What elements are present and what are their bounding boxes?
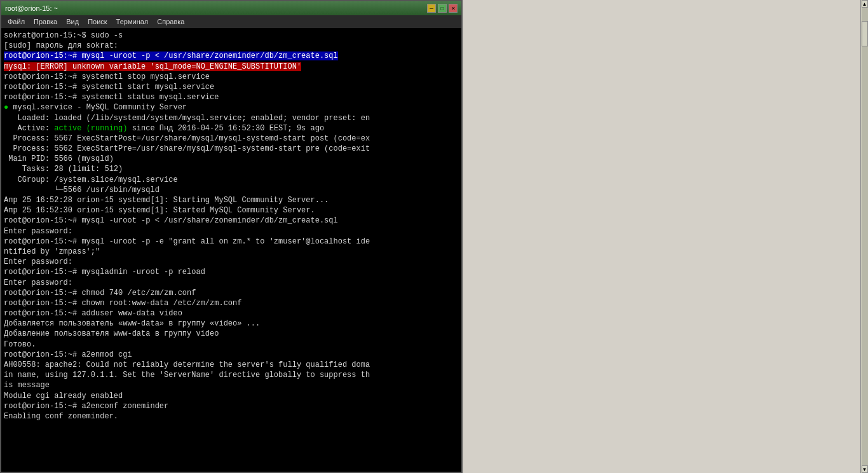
terminal-line: root@orion-15:~# chown root:www-data /et… — [4, 298, 459, 308]
terminal-window: root@orion-15: ~ ─ □ ✕ Файл Правка Вид П… — [0, 0, 463, 473]
screen: root@orion-15: ~ ─ □ ✕ Файл Правка Вид П… — [0, 0, 868, 473]
terminal-line: Main PID: 5566 (mysqld) — [4, 154, 459, 164]
scrollbar-up-button[interactable]: ▲ — [862, 0, 868, 8]
terminal-line: Active: active (running) since Пнд 2016-… — [4, 123, 459, 134]
terminal-line: Process: 5562 ExecStartPre=/usr/share/my… — [4, 144, 459, 154]
scrollbar-track[interactable] — [862, 8, 868, 465]
terminal-titlebar: root@orion-15: ~ ─ □ ✕ — [1, 1, 461, 15]
scrollbar: ▲ ▼ — [860, 0, 868, 473]
terminal-title: root@orion-15: ~ — [5, 4, 58, 12]
terminal-line: in name, using 127.0.1.1. Set the 'Serve… — [4, 370, 459, 380]
terminal-line: └─5566 /usr/sbin/mysqld — [4, 185, 459, 195]
terminal-line: AH00558: apache2: Could not reliably det… — [4, 360, 459, 370]
terminal-menu-view[interactable]: Вид — [62, 17, 83, 26]
terminal-line: root@orion-15:~# systemctl stop mysql.se… — [4, 72, 459, 82]
terminal-line: Апр 25 16:52:28 orion-15 systemd[1]: Sta… — [4, 195, 459, 205]
terminal-line: root@orion-15:~# mysql -uroot -p < /usr/… — [4, 216, 459, 226]
terminal-line: ● mysql.service - MySQL Community Server — [4, 102, 459, 113]
terminal-line: is message — [4, 380, 459, 390]
scrollbar-down-button[interactable]: ▼ — [862, 465, 868, 473]
terminal-line: Добавляется пользователь «www-data» в гр… — [4, 319, 459, 329]
terminal-line: mysql: [ERROR] unknown variable 'sql_mod… — [4, 62, 459, 72]
terminal-menu-edit[interactable]: Правка — [30, 17, 61, 26]
terminal-line: sokrat@orion-15:~$ sudo -s — [4, 31, 459, 41]
terminal-line: ntified by 'zmpass';" — [4, 247, 459, 257]
terminal-menubar: Файл Правка Вид Поиск Терминал Справка — [1, 15, 461, 28]
terminal-line: Добавление пользователя www-data в групп… — [4, 329, 459, 339]
terminal-line: root@orion-15:~# mysqladmin -uroot -p re… — [4, 267, 459, 277]
terminal-minimize-button[interactable]: ─ — [427, 4, 436, 13]
terminal-line: root@orion-15:~# adduser www-data video — [4, 308, 459, 319]
terminal-line: Апр 25 16:52:30 orion-15 systemd[1]: Sta… — [4, 205, 459, 216]
terminal-close-button[interactable]: ✕ — [449, 4, 458, 13]
terminal-line: Enabling conf zoneminder. — [4, 411, 459, 422]
terminal-content[interactable]: sokrat@orion-15:~$ sudo -s[sudo] пароль … — [1, 28, 461, 472]
terminal-line: CGroup: /system.slice/mysql.service — [4, 175, 459, 185]
terminal-menu-terminal[interactable]: Терминал — [112, 17, 153, 26]
terminal-line: Enter password: — [4, 226, 459, 236]
terminal-line: root@orion-15:~# systemctl start mysql.s… — [4, 82, 459, 92]
terminal-line: Tasks: 28 (limit: 512) — [4, 164, 459, 174]
terminal-line: root@orion-15:~# mysql -uroot -p -e "gra… — [4, 236, 459, 247]
terminal-menu-search[interactable]: Поиск — [84, 17, 111, 26]
terminal-line: Enter password: — [4, 257, 459, 267]
terminal-line: root@orion-15:~# a2enmod cgi — [4, 350, 459, 360]
terminal-line: [sudo] пароль для sokrat: — [4, 41, 459, 51]
terminal-line: root@orion-15:~# systemctl status mysql.… — [4, 92, 459, 102]
terminal-menu-help[interactable]: Справка — [153, 17, 188, 26]
terminal-line: Process: 5567 ExecStartPost=/usr/share/m… — [4, 134, 459, 144]
terminal-line: root@orion-15:~# a2enconf zoneminder — [4, 401, 459, 411]
terminal-menu-file[interactable]: Файл — [4, 17, 29, 26]
terminal-line: Module cgi already enabled — [4, 391, 459, 401]
terminal-line: Loaded: loaded (/lib/systemd/system/mysq… — [4, 113, 459, 123]
terminal-maximize-button[interactable]: □ — [438, 4, 447, 13]
terminal-controls: ─ □ ✕ — [427, 4, 458, 13]
terminal-line: root@orion-15:~# mysql -uroot -p < /usr/… — [4, 51, 459, 61]
terminal-line: Enter password: — [4, 278, 459, 288]
terminal-line: root@orion-15:~# chmod 740 /etc/zm/zm.co… — [4, 288, 459, 298]
terminal-line: Готово. — [4, 339, 459, 350]
scrollbar-thumb[interactable] — [862, 21, 868, 46]
